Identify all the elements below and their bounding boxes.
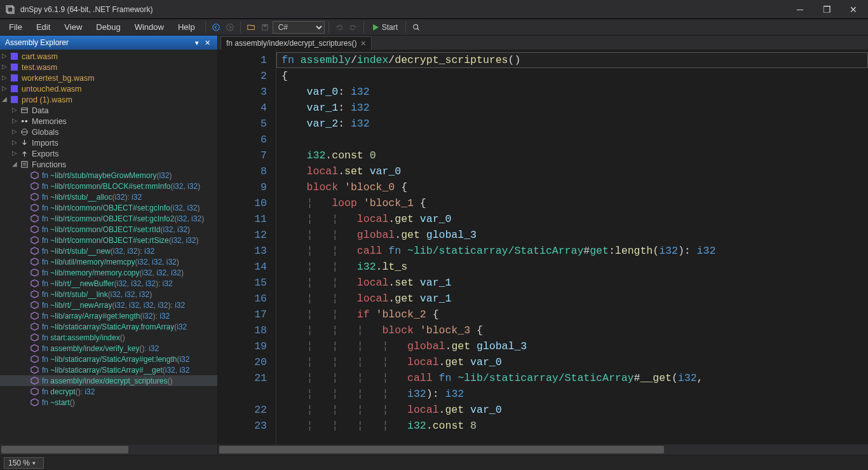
tree-item[interactable]: ▷Exports bbox=[0, 148, 217, 159]
svg-marker-35 bbox=[31, 323, 37, 330]
svg-marker-38 bbox=[31, 356, 37, 363]
svg-marker-29 bbox=[31, 258, 37, 265]
function-item[interactable]: fn ~start() bbox=[0, 397, 217, 408]
function-item[interactable]: fn ~lib/memory/memory.copy(i32, i32, i32… bbox=[0, 267, 217, 278]
maximize-button[interactable]: ❐ bbox=[817, 3, 836, 16]
close-button[interactable]: ✕ bbox=[844, 3, 863, 16]
tree-item[interactable]: ▷Imports bbox=[0, 137, 217, 148]
nav-forward-button[interactable] bbox=[224, 21, 236, 34]
tab-label: fn assembly/index/decrypt_scriptures() bbox=[226, 39, 356, 48]
svg-rect-8 bbox=[10, 64, 17, 71]
menu-file[interactable]: File bbox=[3, 20, 29, 34]
tree-item[interactable]: ▷cart.wasm bbox=[0, 51, 217, 62]
tree-item[interactable]: ▷test.wasm bbox=[0, 62, 217, 73]
svg-rect-5 bbox=[263, 24, 266, 27]
editor-tab[interactable]: fn assembly/index/decrypt_scriptures() ✕ bbox=[220, 36, 372, 50]
function-item[interactable]: fn ~lib/rt/stub/__link(i32, i32, i32) bbox=[0, 289, 217, 300]
function-item[interactable]: fn start:assembly/index() bbox=[0, 332, 217, 343]
start-debug-button[interactable]: Start bbox=[368, 22, 402, 33]
tree-item[interactable]: ▷Memories bbox=[0, 116, 217, 127]
redo-button[interactable] bbox=[347, 21, 360, 34]
nav-back-button[interactable] bbox=[210, 21, 222, 34]
tree-item[interactable]: ▷Globals bbox=[0, 127, 217, 137]
status-bar: 150 % ▾ bbox=[0, 455, 868, 470]
play-icon bbox=[372, 24, 379, 31]
editor-hscroll[interactable] bbox=[218, 445, 868, 455]
save-button[interactable] bbox=[259, 21, 271, 34]
function-item[interactable]: fn ~lib/rt/common/OBJECT#set:rtId(i32, i… bbox=[0, 224, 217, 235]
svg-marker-28 bbox=[31, 247, 37, 254]
function-item[interactable]: fn ~lib/rt/common/OBJECT#set:gcInfo2(i32… bbox=[0, 213, 217, 224]
svg-marker-39 bbox=[31, 366, 37, 373]
language-dropdown[interactable]: C# bbox=[273, 21, 325, 34]
function-item[interactable]: fn ~lib/rt/stub/maybeGrowMemory(i32) bbox=[0, 170, 217, 181]
function-item[interactable]: fn ~lib/staticarray/StaticArray#__get(i3… bbox=[0, 364, 217, 375]
title-bar: dnSpy v6.1.9 (64-bit, .NET Framework) ─ … bbox=[0, 0, 868, 19]
svg-marker-30 bbox=[31, 269, 37, 276]
function-item[interactable]: fn ~lib/rt/common/BLOCK#set:mmInfo(i32, … bbox=[0, 181, 217, 191]
open-button[interactable] bbox=[245, 21, 257, 34]
tree-item[interactable]: ◢prod (1).wasm bbox=[0, 94, 217, 105]
svg-marker-27 bbox=[31, 237, 37, 244]
undo-button[interactable] bbox=[333, 21, 346, 34]
assembly-explorer-panel: Assembly Explorer ▾ ✕ ▷cart.wasm▷test.wa… bbox=[0, 36, 218, 455]
svg-rect-11 bbox=[10, 96, 17, 103]
function-item[interactable]: fn decrypt(): i32 bbox=[0, 386, 217, 397]
zoom-level[interactable]: 150 % ▾ bbox=[4, 457, 44, 469]
svg-marker-40 bbox=[31, 377, 37, 384]
panel-close-button[interactable]: ✕ bbox=[202, 38, 212, 48]
svg-point-15 bbox=[25, 120, 27, 123]
svg-rect-12 bbox=[21, 108, 27, 113]
tree-item[interactable]: ◢Functions bbox=[0, 159, 217, 170]
menu-window[interactable]: Window bbox=[128, 20, 170, 34]
function-item[interactable]: fn ~lib/staticarray/StaticArray.fromArra… bbox=[0, 321, 217, 332]
svg-marker-33 bbox=[31, 301, 37, 308]
svg-marker-36 bbox=[31, 334, 37, 341]
svg-point-3 bbox=[226, 24, 233, 31]
svg-marker-41 bbox=[31, 388, 37, 395]
code-content[interactable]: fn assembly/index/decrypt_scriptures(){ … bbox=[276, 50, 868, 445]
function-item[interactable]: fn ~lib/rt/stub/__new(i32, i32): i32 bbox=[0, 245, 217, 256]
line-gutter: 1234567891011121314151617181920212223 bbox=[218, 50, 276, 445]
tree-item[interactable]: ▷workertest_bg.wasm bbox=[0, 73, 217, 83]
svg-marker-31 bbox=[31, 280, 37, 287]
function-item[interactable]: fn assembly/index/decrypt_scriptures() bbox=[0, 375, 217, 386]
svg-marker-25 bbox=[31, 215, 37, 222]
svg-point-14 bbox=[21, 120, 24, 123]
tree-item[interactable]: ▷Data bbox=[0, 105, 217, 116]
editor-area: fn assembly/index/decrypt_scriptures() ✕… bbox=[218, 36, 868, 455]
function-item[interactable]: fn ~lib/rt/__newArray(i32, i32, i32, i32… bbox=[0, 300, 217, 310]
sidebar-hscroll[interactable] bbox=[0, 445, 217, 455]
window-title: dnSpy v6.1.9 (64-bit, .NET Framework) bbox=[20, 5, 153, 14]
svg-marker-42 bbox=[31, 399, 37, 406]
svg-marker-34 bbox=[31, 312, 37, 319]
svg-marker-26 bbox=[31, 226, 37, 233]
svg-rect-10 bbox=[10, 85, 17, 92]
function-item[interactable]: fn ~lib/rt/stub/__alloc(i32): i32 bbox=[0, 191, 217, 202]
function-item[interactable]: fn ~lib/rt/common/OBJECT#set:rtSize(i32,… bbox=[0, 235, 217, 245]
svg-rect-7 bbox=[10, 53, 17, 60]
menu-edit[interactable]: Edit bbox=[30, 20, 57, 34]
function-item[interactable]: fn ~lib/util/memory/memcpy(i32, i32, i32… bbox=[0, 256, 217, 267]
function-item[interactable]: fn ~lib/staticarray/StaticArray#get:leng… bbox=[0, 354, 217, 364]
tree-item[interactable]: ▷untouched.wasm bbox=[0, 83, 217, 94]
function-item[interactable]: fn ~lib/array/Array#get:length(i32): i32 bbox=[0, 310, 217, 321]
menu-help[interactable]: Help bbox=[172, 20, 201, 34]
editor-tab-bar: fn assembly/index/decrypt_scriptures() ✕ bbox=[218, 36, 868, 50]
menu-bar: FileEditViewDebugWindowHelp C# Start bbox=[0, 19, 868, 36]
assembly-tree[interactable]: ▷cart.wasm▷test.wasm▷workertest_bg.wasm▷… bbox=[0, 50, 217, 445]
search-button[interactable] bbox=[410, 21, 423, 34]
function-item[interactable]: fn assembly/index/verify_key(): i32 bbox=[0, 343, 217, 354]
svg-rect-18 bbox=[21, 162, 27, 167]
panel-dropdown-button[interactable]: ▾ bbox=[192, 38, 202, 48]
menu-debug[interactable]: Debug bbox=[90, 20, 126, 34]
svg-point-2 bbox=[212, 24, 219, 31]
minimize-button[interactable]: ─ bbox=[790, 3, 810, 16]
code-editor[interactable]: 1234567891011121314151617181920212223 fn… bbox=[218, 50, 868, 445]
tab-close-button[interactable]: ✕ bbox=[360, 39, 366, 48]
svg-marker-32 bbox=[31, 291, 37, 298]
svg-marker-37 bbox=[31, 345, 37, 352]
function-item[interactable]: fn ~lib/rt/__newBuffer(i32, i32, i32): i… bbox=[0, 278, 217, 289]
function-item[interactable]: fn ~lib/rt/common/OBJECT#set:gcInfo(i32,… bbox=[0, 202, 217, 213]
menu-view[interactable]: View bbox=[58, 20, 88, 34]
